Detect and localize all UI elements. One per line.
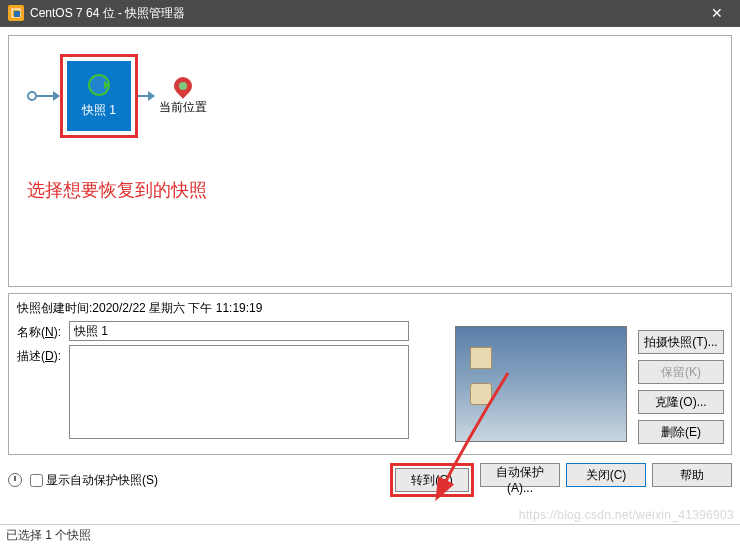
flow-arrow-icon bbox=[37, 95, 53, 97]
titlebar: CentOS 7 64 位 - 快照管理器 ✕ bbox=[0, 0, 740, 26]
description-textarea[interactable] bbox=[69, 345, 409, 439]
goto-button-highlight: 转到(G) bbox=[390, 463, 474, 497]
annotation-text: 选择想要恢复到的快照 bbox=[27, 178, 713, 202]
snapshot-thumbnail bbox=[455, 326, 627, 442]
snapshot-restore-icon bbox=[88, 74, 110, 96]
description-label: 描述(D): bbox=[17, 345, 69, 365]
keep-button: 保留(K) bbox=[638, 360, 724, 384]
snapshot-tile[interactable]: 快照 1 bbox=[67, 61, 131, 131]
show-autoprotect-input[interactable] bbox=[30, 474, 43, 487]
desktop-icon bbox=[470, 347, 492, 369]
pin-icon bbox=[170, 73, 195, 98]
svg-rect-1 bbox=[14, 11, 20, 17]
created-time-value: 2020/2/22 星期六 下午 11:19:19 bbox=[92, 301, 262, 315]
show-autoprotect-label: 显示自动保护快照(S) bbox=[46, 472, 158, 489]
status-bar: 已选择 1 个快照 bbox=[0, 524, 740, 544]
name-input[interactable] bbox=[69, 321, 409, 341]
dialog-body: 快照 1 当前位置 选择想要恢复到的快照 快照创建时间:2020/2/22 星期… bbox=[0, 26, 740, 524]
autoprotect-button[interactable]: 自动保护(A)... bbox=[480, 463, 560, 487]
name-label: 名称(N): bbox=[17, 321, 69, 341]
bottom-button-group: 转到(G) 自动保护(A)... 关闭(C) 帮助 bbox=[390, 463, 732, 497]
delete-button[interactable]: 删除(E) bbox=[638, 420, 724, 444]
flow-arrowhead-icon bbox=[53, 91, 60, 101]
app-icon bbox=[8, 5, 24, 21]
goto-button[interactable]: 转到(G) bbox=[395, 468, 469, 492]
current-position-label: 当前位置 bbox=[159, 99, 207, 116]
show-autoprotect-checkbox[interactable]: 显示自动保护快照(S) bbox=[30, 472, 384, 489]
created-time-label: 快照创建时间: bbox=[17, 301, 92, 315]
current-position-node[interactable]: 当前位置 bbox=[159, 77, 207, 116]
snapshot-diagram-panel: 快照 1 当前位置 选择想要恢复到的快照 bbox=[8, 35, 732, 287]
side-button-group: 拍摄快照(T)... 保留(K) 克隆(O)... 删除(E) bbox=[638, 330, 724, 444]
bottom-row: 显示自动保护快照(S) 转到(G) 自动保护(A)... 关闭(C) 帮助 bbox=[8, 463, 732, 497]
desktop-icon bbox=[470, 383, 492, 405]
root-node-icon bbox=[27, 91, 37, 101]
watermark-text: https://blog.csdn.net/weixin_41396903 bbox=[519, 508, 734, 522]
close-icon[interactable]: ✕ bbox=[702, 5, 732, 21]
created-time-row: 快照创建时间:2020/2/22 星期六 下午 11:19:19 bbox=[17, 300, 723, 317]
snapshot-flow: 快照 1 当前位置 bbox=[27, 54, 713, 138]
help-button[interactable]: 帮助 bbox=[652, 463, 732, 487]
status-text: 已选择 1 个快照 bbox=[6, 528, 91, 542]
flow-arrowhead-icon bbox=[148, 91, 155, 101]
snapshot-tile-label: 快照 1 bbox=[82, 102, 116, 119]
window-title: CentOS 7 64 位 - 快照管理器 bbox=[30, 5, 702, 22]
selected-snapshot-highlight: 快照 1 bbox=[60, 54, 138, 138]
flow-arrow-icon bbox=[138, 95, 148, 97]
clock-icon bbox=[8, 473, 22, 487]
close-button[interactable]: 关闭(C) bbox=[566, 463, 646, 487]
take-snapshot-button[interactable]: 拍摄快照(T)... bbox=[638, 330, 724, 354]
clone-button[interactable]: 克隆(O)... bbox=[638, 390, 724, 414]
